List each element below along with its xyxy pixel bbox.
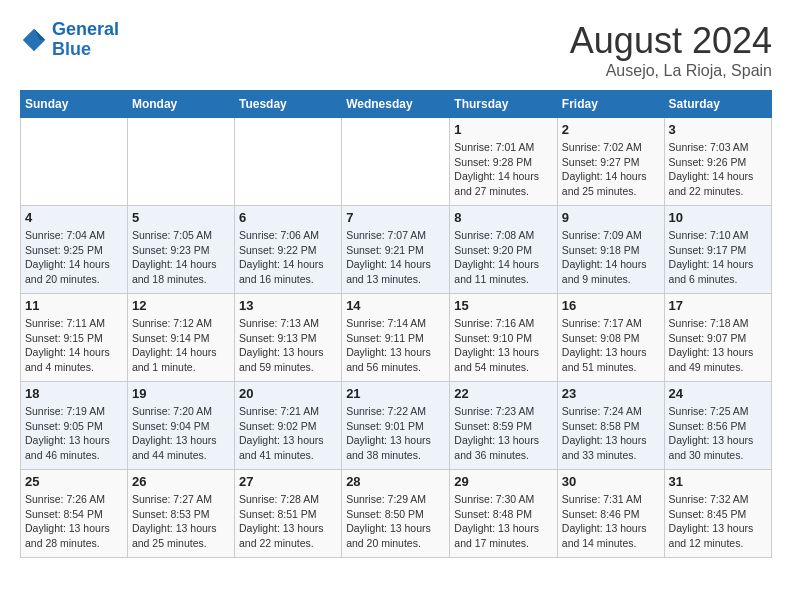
day-info: Sunrise: 7:27 AM Sunset: 8:53 PM Dayligh… xyxy=(132,492,230,551)
day-info: Sunrise: 7:02 AM Sunset: 9:27 PM Dayligh… xyxy=(562,140,660,199)
day-info: Sunrise: 7:05 AM Sunset: 9:23 PM Dayligh… xyxy=(132,228,230,287)
logo-text: General Blue xyxy=(52,20,119,60)
day-number: 22 xyxy=(454,386,553,401)
calendar-cell: 31Sunrise: 7:32 AM Sunset: 8:45 PM Dayli… xyxy=(664,470,771,558)
day-info: Sunrise: 7:18 AM Sunset: 9:07 PM Dayligh… xyxy=(669,316,767,375)
calendar-cell: 7Sunrise: 7:07 AM Sunset: 9:21 PM Daylig… xyxy=(342,206,450,294)
day-info: Sunrise: 7:32 AM Sunset: 8:45 PM Dayligh… xyxy=(669,492,767,551)
month-title: August 2024 xyxy=(570,20,772,62)
day-number: 3 xyxy=(669,122,767,137)
calendar-cell: 12Sunrise: 7:12 AM Sunset: 9:14 PM Dayli… xyxy=(127,294,234,382)
day-info: Sunrise: 7:29 AM Sunset: 8:50 PM Dayligh… xyxy=(346,492,445,551)
calendar-cell: 18Sunrise: 7:19 AM Sunset: 9:05 PM Dayli… xyxy=(21,382,128,470)
calendar-cell: 20Sunrise: 7:21 AM Sunset: 9:02 PM Dayli… xyxy=(234,382,341,470)
day-info: Sunrise: 7:03 AM Sunset: 9:26 PM Dayligh… xyxy=(669,140,767,199)
day-number: 26 xyxy=(132,474,230,489)
day-info: Sunrise: 7:19 AM Sunset: 9:05 PM Dayligh… xyxy=(25,404,123,463)
day-info: Sunrise: 7:11 AM Sunset: 9:15 PM Dayligh… xyxy=(25,316,123,375)
day-info: Sunrise: 7:22 AM Sunset: 9:01 PM Dayligh… xyxy=(346,404,445,463)
day-info: Sunrise: 7:06 AM Sunset: 9:22 PM Dayligh… xyxy=(239,228,337,287)
calendar-cell xyxy=(234,118,341,206)
weekday-header-tuesday: Tuesday xyxy=(234,91,341,118)
title-block: August 2024 Ausejo, La Rioja, Spain xyxy=(570,20,772,80)
day-number: 27 xyxy=(239,474,337,489)
calendar-week-5: 25Sunrise: 7:26 AM Sunset: 8:54 PM Dayli… xyxy=(21,470,772,558)
day-number: 9 xyxy=(562,210,660,225)
weekday-header-thursday: Thursday xyxy=(450,91,558,118)
calendar-cell: 30Sunrise: 7:31 AM Sunset: 8:46 PM Dayli… xyxy=(557,470,664,558)
day-number: 28 xyxy=(346,474,445,489)
day-info: Sunrise: 7:31 AM Sunset: 8:46 PM Dayligh… xyxy=(562,492,660,551)
page-header: General Blue August 2024 Ausejo, La Rioj… xyxy=(20,20,772,80)
calendar-cell: 23Sunrise: 7:24 AM Sunset: 8:58 PM Dayli… xyxy=(557,382,664,470)
logo-icon xyxy=(20,26,48,54)
calendar-cell: 10Sunrise: 7:10 AM Sunset: 9:17 PM Dayli… xyxy=(664,206,771,294)
day-number: 5 xyxy=(132,210,230,225)
day-info: Sunrise: 7:25 AM Sunset: 8:56 PM Dayligh… xyxy=(669,404,767,463)
weekday-header-wednesday: Wednesday xyxy=(342,91,450,118)
day-number: 2 xyxy=(562,122,660,137)
day-info: Sunrise: 7:08 AM Sunset: 9:20 PM Dayligh… xyxy=(454,228,553,287)
day-number: 25 xyxy=(25,474,123,489)
day-number: 12 xyxy=(132,298,230,313)
day-info: Sunrise: 7:28 AM Sunset: 8:51 PM Dayligh… xyxy=(239,492,337,551)
calendar-week-1: 1Sunrise: 7:01 AM Sunset: 9:28 PM Daylig… xyxy=(21,118,772,206)
calendar-cell: 11Sunrise: 7:11 AM Sunset: 9:15 PM Dayli… xyxy=(21,294,128,382)
day-number: 6 xyxy=(239,210,337,225)
day-number: 14 xyxy=(346,298,445,313)
calendar-cell: 29Sunrise: 7:30 AM Sunset: 8:48 PM Dayli… xyxy=(450,470,558,558)
calendar-cell: 21Sunrise: 7:22 AM Sunset: 9:01 PM Dayli… xyxy=(342,382,450,470)
day-number: 4 xyxy=(25,210,123,225)
calendar-cell: 26Sunrise: 7:27 AM Sunset: 8:53 PM Dayli… xyxy=(127,470,234,558)
day-number: 30 xyxy=(562,474,660,489)
day-info: Sunrise: 7:04 AM Sunset: 9:25 PM Dayligh… xyxy=(25,228,123,287)
calendar-cell: 28Sunrise: 7:29 AM Sunset: 8:50 PM Dayli… xyxy=(342,470,450,558)
day-number: 29 xyxy=(454,474,553,489)
calendar-week-3: 11Sunrise: 7:11 AM Sunset: 9:15 PM Dayli… xyxy=(21,294,772,382)
day-info: Sunrise: 7:30 AM Sunset: 8:48 PM Dayligh… xyxy=(454,492,553,551)
calendar-cell: 3Sunrise: 7:03 AM Sunset: 9:26 PM Daylig… xyxy=(664,118,771,206)
day-info: Sunrise: 7:10 AM Sunset: 9:17 PM Dayligh… xyxy=(669,228,767,287)
day-info: Sunrise: 7:20 AM Sunset: 9:04 PM Dayligh… xyxy=(132,404,230,463)
calendar-cell: 8Sunrise: 7:08 AM Sunset: 9:20 PM Daylig… xyxy=(450,206,558,294)
weekday-header-friday: Friday xyxy=(557,91,664,118)
calendar-cell: 13Sunrise: 7:13 AM Sunset: 9:13 PM Dayli… xyxy=(234,294,341,382)
calendar-cell: 6Sunrise: 7:06 AM Sunset: 9:22 PM Daylig… xyxy=(234,206,341,294)
calendar-cell: 1Sunrise: 7:01 AM Sunset: 9:28 PM Daylig… xyxy=(450,118,558,206)
calendar-cell: 5Sunrise: 7:05 AM Sunset: 9:23 PM Daylig… xyxy=(127,206,234,294)
day-number: 17 xyxy=(669,298,767,313)
day-number: 16 xyxy=(562,298,660,313)
location-subtitle: Ausejo, La Rioja, Spain xyxy=(570,62,772,80)
day-number: 1 xyxy=(454,122,553,137)
day-info: Sunrise: 7:07 AM Sunset: 9:21 PM Dayligh… xyxy=(346,228,445,287)
weekday-header-sunday: Sunday xyxy=(21,91,128,118)
day-number: 8 xyxy=(454,210,553,225)
day-number: 20 xyxy=(239,386,337,401)
calendar-cell xyxy=(342,118,450,206)
calendar-cell: 22Sunrise: 7:23 AM Sunset: 8:59 PM Dayli… xyxy=(450,382,558,470)
day-info: Sunrise: 7:26 AM Sunset: 8:54 PM Dayligh… xyxy=(25,492,123,551)
calendar-cell: 27Sunrise: 7:28 AM Sunset: 8:51 PM Dayli… xyxy=(234,470,341,558)
day-number: 18 xyxy=(25,386,123,401)
logo: General Blue xyxy=(20,20,119,60)
day-info: Sunrise: 7:23 AM Sunset: 8:59 PM Dayligh… xyxy=(454,404,553,463)
day-info: Sunrise: 7:17 AM Sunset: 9:08 PM Dayligh… xyxy=(562,316,660,375)
calendar-cell: 2Sunrise: 7:02 AM Sunset: 9:27 PM Daylig… xyxy=(557,118,664,206)
day-info: Sunrise: 7:16 AM Sunset: 9:10 PM Dayligh… xyxy=(454,316,553,375)
day-number: 23 xyxy=(562,386,660,401)
calendar-cell: 24Sunrise: 7:25 AM Sunset: 8:56 PM Dayli… xyxy=(664,382,771,470)
day-number: 24 xyxy=(669,386,767,401)
weekday-header-monday: Monday xyxy=(127,91,234,118)
day-number: 11 xyxy=(25,298,123,313)
calendar-cell: 14Sunrise: 7:14 AM Sunset: 9:11 PM Dayli… xyxy=(342,294,450,382)
day-info: Sunrise: 7:01 AM Sunset: 9:28 PM Dayligh… xyxy=(454,140,553,199)
day-number: 10 xyxy=(669,210,767,225)
day-info: Sunrise: 7:21 AM Sunset: 9:02 PM Dayligh… xyxy=(239,404,337,463)
calendar-cell: 17Sunrise: 7:18 AM Sunset: 9:07 PM Dayli… xyxy=(664,294,771,382)
day-number: 19 xyxy=(132,386,230,401)
calendar-week-4: 18Sunrise: 7:19 AM Sunset: 9:05 PM Dayli… xyxy=(21,382,772,470)
day-number: 21 xyxy=(346,386,445,401)
day-info: Sunrise: 7:09 AM Sunset: 9:18 PM Dayligh… xyxy=(562,228,660,287)
day-info: Sunrise: 7:13 AM Sunset: 9:13 PM Dayligh… xyxy=(239,316,337,375)
calendar-cell xyxy=(21,118,128,206)
